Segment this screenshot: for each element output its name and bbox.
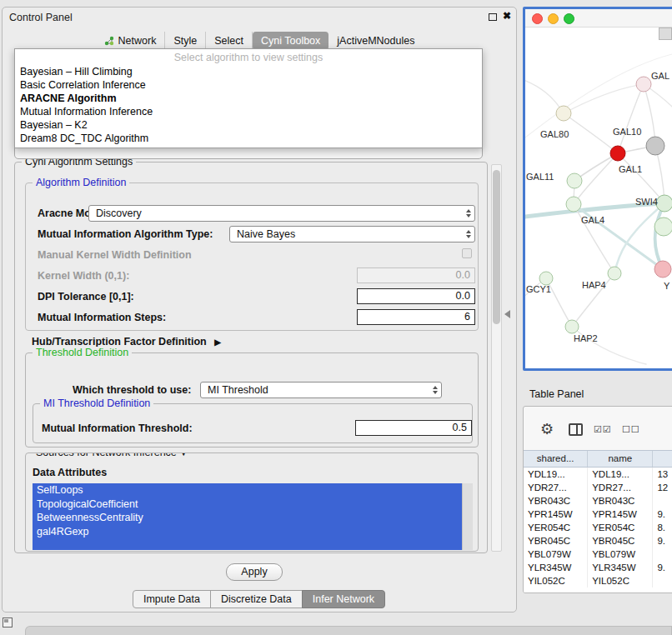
selected-value: Discovery [96,208,142,219]
close-icon[interactable]: ✖ [503,10,511,22]
column-header-partial[interactable] [653,451,672,467]
tab-select[interactable]: Select [206,32,253,50]
canvas-corner-widget[interactable] [659,28,672,40]
network-node[interactable] [539,272,553,285]
panel-splitter-arrow[interactable] [504,310,510,318]
table-cell: YBR043C [588,494,653,508]
dropdown-placeholder: Select algorithm to view settings [15,51,482,65]
table-cell [653,494,672,508]
table-cell: YER054C [588,521,653,534]
dropdown-option[interactable]: Bayesian – K2 [15,118,482,132]
dropdown-option-selected[interactable]: ARACNE Algorithm [15,92,482,105]
column-header-name[interactable]: name [588,451,653,467]
data-attributes-label: Data Attributes [33,467,107,478]
network-node[interactable] [656,195,672,212]
list-item-selected[interactable]: TopologicalCoefficient [33,498,462,512]
expander-expanded-icon: ▼ [179,452,188,458]
settings-scrollbar[interactable] [491,164,502,552]
tab-jactivemnodules[interactable]: jActiveMNodules [328,32,423,50]
table-row[interactable]: YER054C YER054C 8. [524,521,672,534]
list-item-selected[interactable]: gal4RGexp [33,525,462,539]
table-row[interactable]: YLR345W YLR345W 9. [524,561,672,574]
table-row[interactable]: YDR27... YDR27... 12 [524,481,672,494]
node-label: GAL4 [581,215,604,225]
float-window-icon[interactable] [489,13,497,21]
cyni-algorithm-settings-group: Cyni Algorithm Settings Algorithm Defini… [14,162,488,553]
mi-algorithm-type-select[interactable]: Naive Bayes [229,226,475,242]
kernel-width-input: 0.0 [357,268,475,283]
network-node[interactable] [565,320,579,333]
dropdown-option[interactable]: Mutual Information Inference [15,105,482,118]
tab-infer-network[interactable]: Infer Network [302,590,385,608]
combo-arrows-icon [466,209,471,218]
table-row[interactable]: YIL052C YIL052C [524,574,672,588]
network-node[interactable] [608,267,621,280]
list-item-selected[interactable]: SelfLoops [33,483,462,498]
threshold-definition-group: Threshold Definition Which threshold to … [25,352,479,448]
table-row[interactable]: YBR045C YBR045C 9. [524,534,672,548]
table-row[interactable]: YBR043C YBR043C [524,494,672,508]
aracne-mode-select[interactable]: Discovery [88,205,475,222]
table-row[interactable]: YBL079W YBL079W [524,548,672,561]
network-view-window: GAL GAL80 GAL10 GAL11 GAL1 SWI4 GAL4 GCY… [523,7,672,371]
which-threshold-label: Which threshold to use: [73,384,191,396]
tab-label: Style [173,35,197,47]
table-row[interactable]: YDL19... YDL19... 13 [524,468,672,481]
table-cell: YBR043C [524,494,588,508]
select-all-rows-icon[interactable]: ☑☑ [594,424,612,435]
list-item-partial[interactable] [33,538,462,550]
network-node[interactable] [556,106,571,121]
network-window-titlebar [525,9,672,28]
close-button[interactable] [532,13,543,24]
gear-icon[interactable]: ⚙ [540,420,554,438]
table-cell: YER054C [524,521,588,534]
zoom-button[interactable] [564,13,574,24]
dropdown-option[interactable]: Bayesian – Hill Climbing [15,65,482,78]
which-threshold-select[interactable]: MI Threshold [200,382,442,398]
table-row[interactable]: YPR145W YPR145W 9. [524,508,672,521]
mi-threshold-input[interactable]: 0.5 [355,420,472,436]
dpi-tolerance-label: DPI Tolerance [0,1]: [38,291,134,302]
tab-network[interactable]: Network [96,32,166,50]
node-label: GAL [651,71,669,81]
table-cell: YDR27... [524,481,588,494]
manual-kernel-width-checkbox[interactable] [462,248,472,258]
tab-cyni-toolbox[interactable]: Cyni Toolbox [253,32,328,50]
mi-type-label: Mutual Information Algorithm Type: [38,228,213,240]
network-node[interactable] [646,137,664,155]
dropdown-option[interactable]: Dream8 DC_TDC Algorithm [15,132,482,145]
network-node[interactable] [636,77,651,92]
apply-button[interactable]: Apply [226,563,283,581]
node-label: GCY1 [526,284,551,294]
mi-steps-input[interactable]: 6 [357,309,475,325]
scrollbar-thumb[interactable] [493,170,500,324]
tab-label: Network [118,35,157,47]
tab-impute-data[interactable]: Impute Data [133,590,211,608]
list-item-selected[interactable]: BetweennessCentrality [33,511,462,525]
restore-panel-icon[interactable] [3,618,13,628]
dpi-tolerance-input[interactable]: 0.0 [357,288,475,304]
network-node[interactable] [566,197,581,212]
columns-icon[interactable] [569,423,583,436]
network-node[interactable] [654,218,672,236]
hub-definition-expander[interactable]: Hub/Transcription Factor Definition ▶ [32,336,221,348]
mi-threshold-definition-group: MI Threshold Definition Mutual Informati… [33,403,473,443]
table-panel-title: Table Panel [529,388,584,400]
table-toolbar: ⚙ ☑☑ ☐☐ [524,407,672,450]
deselect-all-rows-icon[interactable]: ☐☐ [622,424,640,435]
network-node-pink[interactable] [654,261,671,278]
minimize-button[interactable] [548,13,559,24]
tab-style[interactable]: Style [165,32,206,50]
sources-expander[interactable]: Sources for Network Inference ▼ [33,452,191,458]
network-node-red[interactable] [610,146,625,161]
column-header-shared[interactable]: shared... [524,451,588,467]
network-canvas[interactable]: GAL GAL80 GAL10 GAL11 GAL1 SWI4 GAL4 GCY… [525,28,672,368]
dropdown-option[interactable]: Basic Correlation Inference [15,78,482,92]
tab-discretize-data[interactable]: Discretize Data [210,590,303,608]
node-label: HAP2 [574,333,598,343]
network-node[interactable] [567,173,582,188]
list-scrollbar[interactable] [462,483,473,550]
table-cell: YIL052C [588,574,653,588]
table-cell: 12 [653,481,672,494]
table-cell: YPR145W [524,508,588,521]
